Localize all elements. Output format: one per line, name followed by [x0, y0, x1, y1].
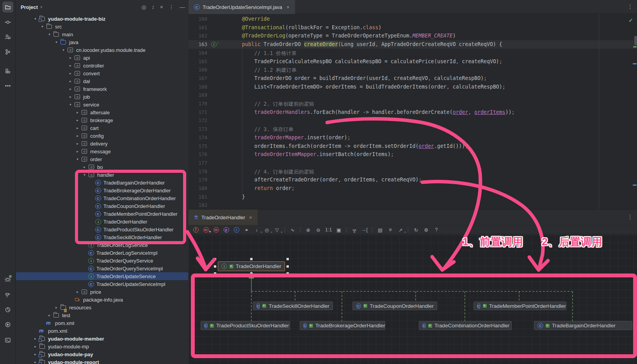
collapse-all-icon[interactable]: × [160, 4, 163, 10]
code-line-167[interactable]: 167 TradeOrderDO order = buildTradeOrder… [189, 75, 637, 83]
chevron-down-icon[interactable]: ▾ [46, 32, 53, 36]
chevron-right-icon[interactable]: ▸ [46, 313, 53, 317]
tree-item-yudao-module-mp[interactable]: ▸yudao-module-mp [16, 343, 188, 350]
tree-item-yudao-module-report[interactable]: ▸yudao-module-report [16, 358, 188, 364]
route-edges-icon[interactable]: →[ [361, 227, 368, 233]
tree-item-pom-xml[interactable]: mpom.xml [16, 319, 188, 327]
tree-item-tradememberpointorderhandler[interactable]: CTradeMemberPointOrderHandler [16, 210, 188, 218]
branches-icon[interactable] [2, 46, 13, 57]
settings-icon[interactable]: ⚙ [423, 227, 429, 233]
diagram-node-tradeorderhandler[interactable]: ITradeOrderHandler [218, 261, 285, 271]
selection-handle[interactable] [250, 258, 253, 260]
zoom-out-icon[interactable]: ⊖ [315, 227, 322, 233]
chevron-right-icon[interactable]: ▸ [74, 149, 81, 153]
stripe-mark-green[interactable] [633, 46, 637, 48]
tree-item-controller[interactable]: ▸controller [16, 62, 188, 69]
editor-kebab-icon[interactable]: ⋮ [627, 3, 633, 10]
copy-diagram-icon[interactable]: ▤ [377, 227, 383, 233]
tree-item-handler[interactable]: ▾handler [16, 171, 188, 179]
code-line-171[interactable]: 171 tradeOrderHandlers.forEach(handler -… [189, 108, 637, 117]
show-methods-icon[interactable]: m [213, 227, 219, 233]
chevron-right-icon[interactable]: ▸ [74, 118, 81, 122]
tree-item-tradeorderhandler[interactable]: ITradeOrderHandler [16, 218, 188, 226]
tree-item-dal[interactable]: ▸dal [16, 77, 188, 85]
code-line-176[interactable]: 176 tradeOrderItemMapper.insertBatch(ord… [189, 151, 637, 159]
diagram-tab-active[interactable]: ⇈ TradeOrderHandler × [189, 210, 258, 225]
actual-size-label[interactable]: 1:1 [325, 227, 332, 233]
show-details-icon[interactable]: ≡ [387, 227, 393, 233]
project-icon[interactable] [2, 2, 13, 12]
tree-item-delivery[interactable]: ▸delivery [16, 140, 188, 147]
tree-item-api[interactable]: ▸api [16, 54, 188, 62]
diagram-node-tradecouponorderhandler[interactable]: CTradeCouponOrderHandler [352, 302, 437, 310]
show-inner-classes-icon[interactable]: I [233, 227, 240, 233]
chevron-right-icon[interactable]: ▸ [32, 360, 39, 364]
tree-item-tradeorderupdateserviceimpl[interactable]: CTradeOrderUpdateServiceImpl [16, 280, 188, 288]
commit-icon[interactable] [2, 17, 13, 28]
chevron-right-icon[interactable]: ▸ [32, 344, 39, 348]
chevron-right-icon[interactable]: ▸ [74, 126, 81, 130]
zoom-in-icon[interactable]: ⊕ [305, 227, 311, 233]
chevron-right-icon[interactable]: ▸ [67, 87, 74, 91]
chevron-right-icon[interactable]: ▸ [32, 337, 39, 341]
diagram-canvas[interactable]: ITradeOrderHandlerCTradeSeckillOrderHand… [189, 235, 637, 364]
tree-item-resources[interactable]: ▸resources [16, 304, 188, 311]
stripe-mark-cyan[interactable] [633, 185, 637, 186]
fit-content-icon[interactable]: ▣ [335, 227, 342, 233]
expand-icon[interactable]: ↕ [152, 4, 155, 10]
more-icon[interactable] [2, 80, 13, 91]
tree-item-price[interactable]: ▸price [16, 288, 188, 296]
diagram-node-tradecombinationorderhandler[interactable]: CTradeCombinationOrderHandler [419, 321, 512, 330]
code-line-165[interactable]: 165 TradePriceCalculateRespBO calculateR… [189, 58, 637, 66]
tree-item-main[interactable]: ▾main [16, 30, 188, 38]
structure-icon[interactable] [2, 66, 13, 76]
show-constructors-icon[interactable]: m★ [203, 227, 209, 233]
code-line-164[interactable]: 164 // 1.1 价格计算 [189, 49, 637, 58]
code-line-181[interactable]: 181 } [189, 193, 637, 202]
tree-item-cart[interactable]: ▸cart [16, 124, 188, 132]
show-properties-icon[interactable]: p [223, 227, 230, 233]
locate-icon[interactable]: ◎ [142, 4, 146, 10]
tree-item-tradeseckillorderhandler[interactable]: CTradeSeckillOrderHandler [16, 233, 188, 241]
chevron-right-icon[interactable]: ▸ [67, 79, 74, 83]
implements-gutter-icon[interactable]: I [211, 42, 217, 47]
tree-item-cn-iocoder-yudao-module-trade[interactable]: ▾cn.iocoder.yudao.module.trade [16, 46, 188, 54]
code-line-168[interactable]: 168 List<TradeOrderItemDO> orderItems = … [189, 83, 637, 92]
tree-item-aftersale[interactable]: ▸aftersale [16, 108, 188, 116]
chevron-right-icon[interactable]: ▸ [67, 71, 74, 75]
show-fields-icon[interactable]: f [192, 227, 199, 233]
dependencies-icon[interactable]: ⚭ [243, 227, 250, 233]
tree-item-framework[interactable]: ▸framework [16, 85, 188, 93]
code-line-170[interactable]: 170 // 2. 订单创建前的逻辑 [189, 100, 637, 108]
tree-item-job[interactable]: ▸job [16, 93, 188, 101]
tree-item-tradebargainorderhandler[interactable]: CTradeBargainOrderHandler [16, 179, 188, 186]
export-icon[interactable]: ↗▾ [397, 227, 404, 233]
selection-handle[interactable] [214, 258, 216, 260]
code-line-172[interactable]: 172 [189, 117, 637, 125]
tree-item-tradecouponorderhandler[interactable]: CTradeCouponOrderHandler [16, 202, 188, 210]
code-line-177[interactable]: 177 [189, 159, 637, 168]
chevron-right-icon[interactable]: ▸ [67, 56, 74, 60]
chevron-right-icon[interactable]: ▸ [74, 142, 81, 146]
filter-icon[interactable]: ▽▾ [274, 227, 280, 233]
code-line-182[interactable]: 182 [189, 201, 637, 209]
close-icon[interactable]: × [249, 215, 252, 220]
chevron-right-icon[interactable]: ▸ [67, 64, 74, 67]
diagram-node-tradeproductskuorderhandler[interactable]: CTradeProductSkuOrderHandler [201, 321, 290, 330]
terminal-icon[interactable] [2, 335, 13, 346]
chevron-right-icon[interactable]: ▸ [53, 305, 60, 309]
scope-icon[interactable]: ◎▾ [263, 227, 270, 233]
tree-item-yudao-module-member[interactable]: ▸yudao-module-member [16, 335, 188, 343]
panel-kebab-icon[interactable]: ⋮ [627, 213, 633, 220]
tree-item-yudao-module-pay[interactable]: ▸yudao-module-pay [16, 350, 188, 358]
tree-item-yudao-module-trade-biz[interactable]: ▾yudao-module-trade-biz [16, 15, 188, 23]
code-line-175[interactable]: 175 orderItems.forEach(orderItem -> orde… [189, 142, 637, 151]
help-icon[interactable]: ? [433, 227, 439, 233]
profiler-icon[interactable] [2, 304, 13, 315]
tree-item-src[interactable]: ▾src [16, 23, 188, 30]
tree-item-config[interactable]: ▸config [16, 132, 188, 140]
selection-handle[interactable] [286, 272, 289, 275]
build-icon[interactable] [2, 289, 13, 300]
chevron-right-icon[interactable]: ▸ [74, 134, 81, 138]
debug-icon[interactable] [2, 274, 13, 285]
